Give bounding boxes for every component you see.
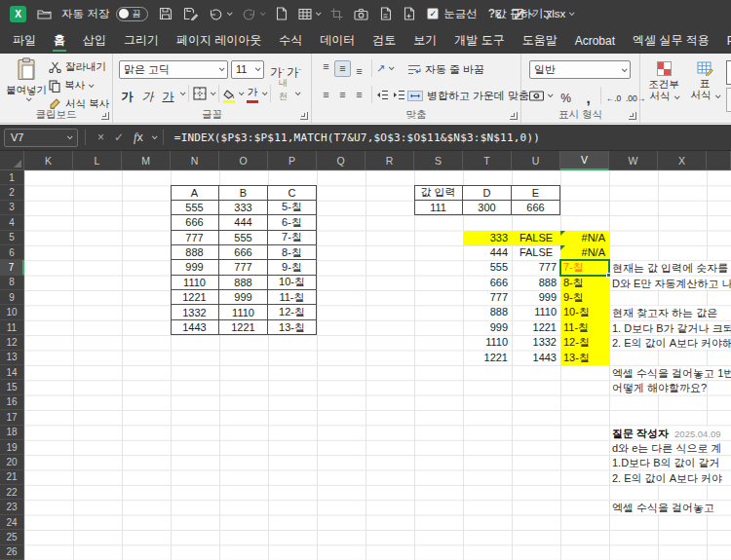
row-header-6[interactable]: 6: [0, 245, 24, 260]
cell-O9[interactable]: 999: [219, 290, 268, 305]
row-header-19[interactable]: 19: [0, 440, 24, 455]
cell-U7[interactable]: 777: [512, 260, 560, 275]
name-box-chevron[interactable]: [67, 133, 73, 139]
cell-N4[interactable]: 666: [171, 215, 219, 230]
row-header-24[interactable]: 24: [0, 515, 24, 530]
copy-button[interactable]: 복사: [49, 79, 93, 93]
row-header-1[interactable]: 1: [0, 170, 24, 185]
row-header-3[interactable]: 3: [0, 201, 24, 215]
cell-V10[interactable]: 10-칠: [560, 305, 609, 319]
cell-T11[interactable]: 999: [463, 320, 512, 335]
row-header-25[interactable]: 25: [0, 530, 24, 544]
cell-N6[interactable]: 888: [171, 245, 219, 260]
export-document-icon[interactable]: [403, 7, 415, 20]
row-header-15[interactable]: 15: [0, 380, 24, 394]
percent-style-button[interactable]: %: [558, 86, 574, 105]
align-left-button[interactable]: ≡: [318, 87, 334, 103]
orientation-icon[interactable]: ↗: [376, 62, 385, 75]
align-middle-button[interactable]: ≡: [334, 60, 351, 77]
column-header-partial[interactable]: [707, 151, 731, 170]
row-header-21[interactable]: 21: [0, 470, 24, 485]
name-box[interactable]: V7: [4, 129, 78, 147]
column-header-T[interactable]: T: [463, 151, 512, 170]
cell-W8[interactable]: D와 E만 자동계산하고 나: [612, 277, 731, 289]
font-color-button[interactable]: 가: [247, 84, 258, 103]
row-header-12[interactable]: 12: [0, 335, 24, 350]
font-size-chevron[interactable]: [255, 65, 261, 71]
cell-V13[interactable]: 13-칠: [560, 351, 609, 365]
ribbon-tab-삽입[interactable]: 삽입: [74, 27, 115, 54]
cell-W23[interactable]: 엑셀 수식을 걸어놓고: [612, 501, 714, 513]
cell-O4[interactable]: 444: [219, 215, 268, 230]
column-header-X[interactable]: X: [658, 151, 707, 170]
wrap-text-button[interactable]: 자동 줄 바꿈: [407, 62, 484, 77]
bold-button[interactable]: 가: [119, 84, 135, 103]
column-header-P[interactable]: P: [268, 151, 317, 170]
formula-options-chevron[interactable]: [152, 133, 158, 139]
row-header-11[interactable]: 11: [0, 320, 24, 335]
phonetic-guide-button[interactable]: 내천: [275, 84, 291, 103]
insert-function-icon[interactable]: fx: [134, 131, 143, 145]
cell-O7[interactable]: 777: [219, 260, 268, 275]
cell-V7[interactable]: 7-칠: [560, 260, 609, 275]
row-header-20[interactable]: 20: [0, 455, 24, 469]
cell-P10[interactable]: 12-칠: [268, 305, 317, 319]
cell-O8[interactable]: 888: [219, 276, 268, 290]
phonetic-chevron[interactable]: [295, 90, 301, 95]
formula-input[interactable]: =INDEX($P$3:$P$11,MATCH(T7&U7,$O$3:$O$11…: [174, 131, 540, 144]
currency-chevron[interactable]: [548, 92, 554, 97]
cell-T10[interactable]: 888: [463, 305, 512, 319]
ribbon-tab-데이터[interactable]: 데이터: [311, 27, 364, 54]
row-header-9[interactable]: 9: [0, 290, 24, 305]
row-header-4[interactable]: 4: [0, 215, 24, 230]
cell-P3[interactable]: 5-칠: [268, 201, 317, 215]
align-right-button[interactable]: ≡: [351, 87, 367, 103]
cell-O5[interactable]: 555: [219, 231, 268, 245]
row-header-23[interactable]: 23: [0, 500, 24, 514]
cell-V5[interactable]: #N/A: [560, 231, 609, 245]
column-header-S[interactable]: S: [414, 151, 463, 170]
cell-O3[interactable]: 333: [219, 201, 268, 215]
cell-V11[interactable]: 11-칠: [560, 320, 609, 335]
insert-cells-icon[interactable]: [298, 8, 320, 20]
column-header-N[interactable]: N: [171, 151, 219, 170]
cell-W15[interactable]: 어떻게 해야할까요?: [612, 381, 707, 393]
column-header-R[interactable]: R: [366, 151, 414, 170]
cell-T8[interactable]: 666: [463, 276, 512, 290]
ribbon-tab-Acrobat[interactable]: Acrobat: [566, 27, 624, 54]
column-header-O[interactable]: O: [219, 151, 268, 170]
ribbon-tab-검토[interactable]: 검토: [364, 27, 404, 54]
cell-U2[interactable]: E: [512, 185, 560, 200]
cell-N5[interactable]: 777: [171, 231, 219, 245]
undo-chevron[interactable]: [227, 10, 233, 16]
cell-O2[interactable]: B: [219, 185, 268, 200]
row-header-16[interactable]: 16: [0, 395, 24, 410]
comma-style-button[interactable]: ,: [580, 86, 596, 105]
borders-icon[interactable]: [193, 87, 207, 100]
number-format-chevron[interactable]: [622, 66, 628, 72]
cell-T12[interactable]: 1110: [463, 335, 512, 350]
cell-N3[interactable]: 555: [171, 201, 219, 215]
row-header-18[interactable]: 18: [0, 426, 24, 440]
increase-decimal-button[interactable]: ←.0: [605, 86, 622, 105]
row-header-14[interactable]: 14: [0, 365, 24, 380]
ribbon-tab-파일[interactable]: 파일: [4, 27, 45, 54]
ribbon-tab-수식[interactable]: 수식: [270, 27, 311, 54]
fill-color-chevron[interactable]: [239, 90, 245, 95]
cell-P4[interactable]: 6-칠: [268, 215, 317, 230]
ribbon-tab-보기[interactable]: 보기: [404, 27, 445, 54]
row-header-17[interactable]: 17: [0, 410, 24, 425]
cell-U5[interactable]: FALSE: [512, 231, 560, 245]
workbook-title[interactable]: 값 구하기.xlsx: [495, 0, 573, 27]
cell-W10[interactable]: 현재 찾고자 하는 값은: [612, 306, 717, 318]
new-document-icon[interactable]: [275, 7, 288, 20]
open-folder-icon[interactable]: [37, 8, 52, 20]
ribbon-tab-그리기[interactable]: 그리기: [115, 27, 168, 54]
gridlines-checkbox[interactable]: ✓ 눈금선: [427, 7, 478, 21]
cell-T2[interactable]: D: [463, 185, 512, 200]
conditional-formatting-button[interactable]: 조건부 서식: [642, 61, 685, 101]
italic-button[interactable]: 가: [139, 84, 156, 103]
cancel-icon[interactable]: ×: [97, 131, 104, 144]
cell-O6[interactable]: 666: [219, 245, 268, 260]
borders-chevron[interactable]: [211, 90, 216, 95]
